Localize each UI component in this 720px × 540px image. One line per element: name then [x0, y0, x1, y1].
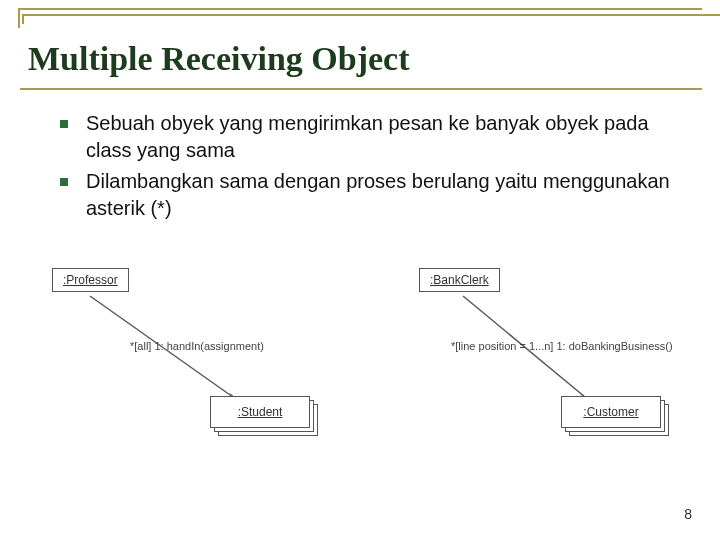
bullet-icon	[60, 178, 68, 186]
page-number: 8	[684, 506, 692, 522]
diagram-area: :Professor *[all] 1: handIn(assignment) …	[40, 262, 680, 462]
slide-title: Multiple Receiving Object	[28, 40, 409, 78]
title-underline	[20, 88, 702, 90]
receiver-box: :Customer	[561, 396, 661, 428]
bullet-list: Sebuah obyek yang mengirimkan pesan ke b…	[60, 110, 680, 226]
list-item: Dilambangkan sama dengan proses berulang…	[60, 168, 680, 222]
receiver-stack-right: :Customer	[561, 396, 661, 432]
message-label-left: *[all] 1: handIn(assignment)	[130, 340, 264, 352]
bullet-icon	[60, 120, 68, 128]
diagram-right: :BankClerk *[line position = 1...n] 1: d…	[373, 262, 680, 462]
list-item: Sebuah obyek yang mengirimkan pesan ke b…	[60, 110, 680, 164]
diagram-left: :Professor *[all] 1: handIn(assignment) …	[40, 262, 347, 462]
receiver-stack-left: :Student	[210, 396, 310, 432]
receiver-box: :Student	[210, 396, 310, 428]
bullet-text: Sebuah obyek yang mengirimkan pesan ke b…	[86, 110, 680, 164]
message-label-right: *[line position = 1...n] 1: doBankingBus…	[451, 340, 673, 352]
corner-accent-inner	[22, 14, 720, 24]
bullet-text: Dilambangkan sama dengan proses berulang…	[86, 168, 680, 222]
